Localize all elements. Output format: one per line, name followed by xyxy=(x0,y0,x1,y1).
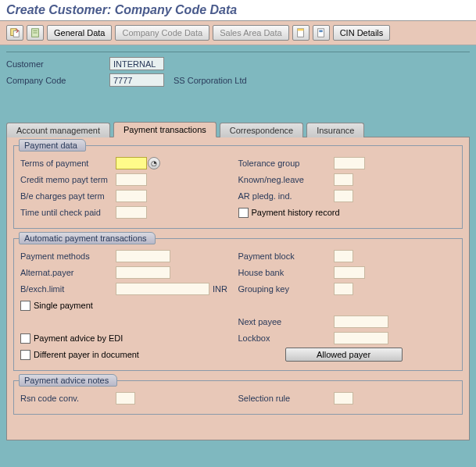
house-bank-label: House bank xyxy=(238,268,334,277)
next-payee-label: Next payee xyxy=(238,317,334,326)
house-bank-input[interactable] xyxy=(334,266,365,279)
value-help-icon[interactable]: ◔ xyxy=(148,157,160,169)
window-title: Create Customer: Company Code Data xyxy=(0,0,476,21)
payment-block-label: Payment block xyxy=(238,251,334,261)
general-data-button[interactable]: General Data xyxy=(47,25,112,41)
be-charges-input[interactable] xyxy=(116,190,147,202)
bexch-unit: INR xyxy=(213,284,227,294)
tab-insurance[interactable]: Insurance xyxy=(306,123,364,137)
credit-memo-label: Credit memo payt term xyxy=(20,175,116,184)
ar-pledg-input[interactable] xyxy=(334,190,353,202)
folder-icon[interactable] xyxy=(313,25,330,41)
other-object-icon[interactable] xyxy=(6,25,23,41)
known-neg-input[interactable] xyxy=(334,173,353,186)
document-icon[interactable] xyxy=(292,25,310,41)
svg-rect-6 xyxy=(297,29,303,31)
time-until-input[interactable] xyxy=(116,206,147,219)
tab-account-management[interactable]: Account management xyxy=(6,123,110,137)
svg-rect-8 xyxy=(319,30,322,33)
alternat-payer-label: Alternat.payer xyxy=(20,268,116,277)
group-title: Automatic payment transactions xyxy=(19,232,156,244)
terms-of-payment-input[interactable] xyxy=(116,157,147,169)
group-auto-pay: Automatic payment transactions Payment m… xyxy=(13,238,463,371)
selection-rule-input[interactable] xyxy=(334,392,353,405)
tabstrip: Account management Payment transactions … xyxy=(6,122,470,137)
payment-methods-input[interactable] xyxy=(116,250,170,262)
ar-pledg-label: AR pledg. ind. xyxy=(238,191,334,201)
additional-data-icon[interactable] xyxy=(27,25,44,41)
single-payment-label: Single payment xyxy=(34,301,93,310)
company-desc: SS Corporation Ltd xyxy=(174,76,247,85)
allowed-payer-button[interactable]: Allowed payer xyxy=(285,348,403,362)
company-code-data-button: Company Code Data xyxy=(115,25,209,41)
credit-memo-input[interactable] xyxy=(116,173,147,186)
next-payee-input[interactable] xyxy=(334,315,388,328)
cin-details-button[interactable]: CIN Details xyxy=(333,25,391,41)
diff-payer-checkbox[interactable] xyxy=(20,350,30,360)
time-until-label: Time until check paid xyxy=(20,208,116,217)
grouping-key-label: Grouping key xyxy=(238,284,334,294)
lockbox-label: Lockbox xyxy=(238,333,334,343)
tolerance-group-input[interactable] xyxy=(334,157,365,169)
payment-methods-label: Payment methods xyxy=(20,251,116,261)
company-code-value: 7777 xyxy=(109,73,164,87)
lockbox-input[interactable] xyxy=(334,332,388,344)
be-charges-label: B/e charges payt term xyxy=(20,191,116,201)
tolerance-group-label: Tolerance group xyxy=(238,159,334,168)
grouping-key-input[interactable] xyxy=(334,283,353,295)
svg-rect-1 xyxy=(13,30,19,37)
payment-advice-edi-label: Payment advice by EDI xyxy=(34,333,123,343)
payment-advice-edi-checkbox[interactable] xyxy=(20,333,30,344)
diff-payer-label: Different payer in document xyxy=(34,350,139,359)
tab-correspondence[interactable]: Correspondence xyxy=(220,123,303,137)
payment-history-checkbox[interactable] xyxy=(238,208,249,218)
tab-panel: Payment data Terms of payment ◔ Credit m… xyxy=(6,137,470,440)
rsn-code-label: Rsn code conv. xyxy=(20,394,116,403)
bexch-limit-input[interactable] xyxy=(116,283,209,295)
tab-payment-transactions[interactable]: Payment transactions xyxy=(113,122,217,137)
payment-block-input[interactable] xyxy=(334,250,353,262)
sales-area-data-button: Sales Area Data xyxy=(213,25,289,41)
header-area: Customer INTERNAL Company Code 7777 SS C… xyxy=(0,45,476,121)
svg-rect-7 xyxy=(317,29,324,37)
toolbar: General Data Company Code Data Sales Are… xyxy=(0,21,476,45)
customer-label: Customer xyxy=(6,59,109,69)
single-payment-checkbox[interactable] xyxy=(20,301,30,311)
bexch-limit-label: B/exch.limit xyxy=(20,284,116,294)
payment-history-label: Payment history record xyxy=(252,208,340,217)
group-title: Payment data xyxy=(19,139,86,152)
known-neg-label: Known/neg.leave xyxy=(238,175,334,184)
group-pay-advice: Payment advice notes Rsn code conv. Sele… xyxy=(13,380,463,415)
selection-rule-label: Selection rule xyxy=(238,394,334,403)
alternat-payer-input[interactable] xyxy=(116,266,170,279)
group-title: Payment advice notes xyxy=(19,374,117,387)
terms-of-payment-label: Terms of payment xyxy=(20,159,116,168)
company-code-label: Company Code xyxy=(6,76,109,85)
group-payment-data: Payment data Terms of payment ◔ Credit m… xyxy=(13,145,463,229)
rsn-code-input[interactable] xyxy=(116,392,135,405)
customer-value: INTERNAL xyxy=(109,57,164,70)
